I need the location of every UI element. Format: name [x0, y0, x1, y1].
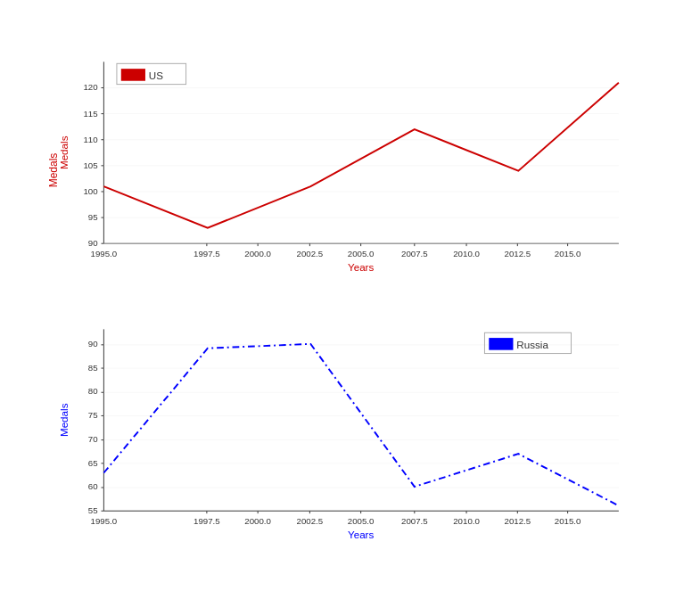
svg-text:95: 95 [87, 211, 97, 221]
svg-text:2015.0: 2015.0 [554, 515, 581, 525]
svg-text:1997.5: 1997.5 [194, 248, 220, 258]
svg-text:85: 85 [87, 362, 97, 372]
svg-text:2010.0: 2010.0 [453, 515, 480, 525]
us-legend-label: US [148, 69, 162, 80]
svg-text:105: 105 [83, 160, 97, 169]
svg-text:90: 90 [87, 238, 97, 248]
us-chart-svg: 90 95 100 105 110 115 120 [56, 41, 645, 282]
svg-text:55: 55 [87, 505, 97, 515]
svg-text:Medals: Medals [57, 403, 69, 437]
svg-text:2005.0: 2005.0 [347, 515, 374, 525]
svg-text:Medals: Medals [57, 135, 69, 169]
svg-text:120: 120 [83, 82, 98, 92]
svg-text:100: 100 [83, 185, 98, 195]
svg-text:60: 60 [87, 480, 97, 490]
svg-text:65: 65 [87, 457, 97, 467]
svg-text:90: 90 [87, 338, 97, 348]
russia-chart-wrapper: 55 60 65 70 75 80 85 90 1995.0 [29, 308, 654, 567]
svg-text:Years: Years [347, 261, 373, 273]
svg-text:2007.5: 2007.5 [401, 248, 428, 258]
svg-text:2000.0: 2000.0 [244, 248, 271, 258]
svg-text:1995.0: 1995.0 [90, 248, 117, 258]
svg-text:2015.0: 2015.0 [554, 248, 581, 258]
svg-text:2002.5: 2002.5 [296, 248, 323, 258]
svg-text:2010.0: 2010.0 [453, 248, 480, 258]
us-legend-color [120, 69, 144, 81]
svg-text:2012.5: 2012.5 [504, 248, 531, 258]
us-chart-wrapper: Medals 90 95 100 105 110 11 [29, 41, 654, 299]
svg-text:110: 110 [83, 134, 98, 144]
svg-text:2002.5: 2002.5 [296, 515, 323, 525]
svg-text:2012.5: 2012.5 [504, 515, 531, 525]
svg-text:1997.5: 1997.5 [194, 515, 220, 525]
svg-text:80: 80 [87, 386, 97, 396]
svg-text:2007.5: 2007.5 [401, 515, 428, 525]
russia-chart-svg: 55 60 65 70 75 80 85 90 1995.0 [56, 308, 645, 549]
svg-text:70: 70 [87, 433, 97, 443]
svg-text:115: 115 [83, 108, 97, 118]
svg-text:2000.0: 2000.0 [244, 515, 271, 525]
svg-text:Years: Years [347, 529, 373, 540]
svg-text:2005.0: 2005.0 [347, 248, 374, 258]
russia-legend-label: Russia [516, 338, 548, 349]
russia-legend-color [489, 338, 513, 350]
svg-text:1995.0: 1995.0 [90, 515, 117, 525]
charts-container: Medals 90 95 100 105 110 11 [29, 41, 671, 567]
svg-text:75: 75 [87, 410, 97, 420]
